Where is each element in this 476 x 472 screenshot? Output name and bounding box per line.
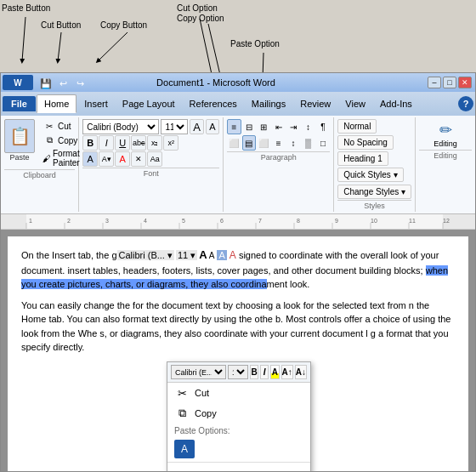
paste-button-label: Paste Button bbox=[2, 3, 50, 13]
font-context-icon: A bbox=[174, 467, 190, 472]
font-color-button[interactable]: A bbox=[115, 151, 130, 167]
shading-button[interactable]: ▒ bbox=[301, 135, 314, 151]
svg-line-1 bbox=[58, 32, 61, 61]
svg-text:12: 12 bbox=[443, 218, 450, 224]
quick-access-toolbar: 💾 ↩ ↪ bbox=[38, 77, 88, 90]
tab-mailings[interactable]: Mailings bbox=[245, 95, 292, 112]
mini-font-select[interactable]: Calibri (E... bbox=[171, 365, 226, 379]
save-qat-btn[interactable]: 💾 bbox=[38, 77, 54, 90]
line-spacing-button[interactable]: ↕ bbox=[286, 135, 300, 151]
clear-format-button[interactable]: ✕ bbox=[131, 151, 146, 167]
highlighted-text: when you create pictures, charts, or dia… bbox=[21, 265, 448, 290]
annotation-arrows bbox=[0, 0, 476, 72]
align-left-button[interactable]: ⬜ bbox=[227, 135, 241, 151]
copy-context-icon: ⧉ bbox=[174, 406, 190, 421]
context-cut[interactable]: ✂ Cut bbox=[167, 383, 310, 403]
align-right-button[interactable]: ⬜ bbox=[257, 135, 270, 151]
svg-rect-7 bbox=[26, 214, 443, 230]
svg-line-3 bbox=[200, 19, 230, 72]
cut-context-icon: ✂ bbox=[174, 385, 190, 401]
help-button[interactable]: ? bbox=[458, 96, 473, 111]
mini-grow-button[interactable]: A↑ bbox=[281, 365, 293, 379]
sort-button[interactable]: ↕ bbox=[301, 119, 314, 134]
paste-icon: 📋 bbox=[4, 119, 35, 153]
mini-format-toolbar: Calibri (E... 11 B I A A↑ A↓ bbox=[167, 362, 310, 383]
paste-label: Paste bbox=[9, 153, 29, 162]
svg-text:6: 6 bbox=[220, 218, 224, 224]
editing-button[interactable]: ✏ Editing bbox=[419, 119, 472, 150]
underline-button[interactable]: U bbox=[115, 135, 130, 151]
superscript-button[interactable]: x² bbox=[163, 135, 178, 151]
context-font[interactable]: A Font... bbox=[167, 464, 310, 472]
tab-page-layout[interactable]: Page Layout bbox=[116, 95, 182, 112]
window-controls: – □ ✕ bbox=[428, 77, 472, 88]
styles-group: Normal No Spacing Heading 1 Quick Styles… bbox=[334, 117, 416, 212]
context-copy[interactable]: ⧉ Copy bbox=[167, 403, 310, 424]
maximize-button[interactable]: □ bbox=[443, 77, 456, 88]
svg-text:2: 2 bbox=[67, 218, 71, 224]
minimize-button[interactable]: – bbox=[428, 77, 441, 88]
subscript-button[interactable]: x₂ bbox=[147, 135, 162, 151]
mini-highlight-button[interactable]: A bbox=[270, 365, 279, 379]
numbering-button[interactable]: ⊟ bbox=[242, 119, 256, 134]
increase-indent-button[interactable]: ⇥ bbox=[286, 119, 300, 134]
word-window: W 💾 ↩ ↪ Document1 - Microsoft Word – □ ✕… bbox=[0, 72, 476, 472]
change-case-button[interactable]: Aa bbox=[147, 151, 162, 167]
strikethrough-button[interactable]: abc bbox=[131, 135, 146, 151]
quick-styles-button[interactable]: Quick Styles ▾ bbox=[337, 168, 403, 182]
paste-button[interactable]: 📋 Paste bbox=[4, 119, 35, 162]
svg-text:4: 4 bbox=[144, 218, 147, 224]
tab-home[interactable]: Home bbox=[37, 94, 76, 113]
paragraph-label: Paragraph bbox=[227, 151, 330, 162]
context-paste-options: Paste Options: bbox=[167, 424, 310, 438]
tab-file[interactable]: File bbox=[3, 96, 36, 111]
tab-references[interactable]: References bbox=[183, 95, 244, 112]
tab-review[interactable]: Review bbox=[293, 95, 337, 112]
text-effects-button[interactable]: A bbox=[82, 151, 98, 167]
context-menu: Calibri (E... 11 B I A A↑ A↓ ✂ Cut ⧉ Cop… bbox=[167, 361, 311, 472]
paragraph-1: On the Insert tab, the gCalibri (B... ▾1… bbox=[21, 247, 455, 292]
change-styles-button[interactable]: Change Styles ▾ bbox=[337, 185, 411, 199]
align-center-button[interactable]: ▤ bbox=[242, 135, 256, 151]
redo-qat-btn[interactable]: ↪ bbox=[72, 77, 88, 90]
tab-view[interactable]: View bbox=[338, 95, 372, 112]
show-formatting-button[interactable]: ¶ bbox=[316, 119, 330, 134]
mini-size-select[interactable]: 11 bbox=[228, 365, 248, 379]
mini-shrink-button[interactable]: A↓ bbox=[295, 365, 307, 379]
style-heading1[interactable]: Heading 1 bbox=[337, 151, 388, 166]
italic-button[interactable]: I bbox=[99, 135, 114, 151]
tab-insert[interactable]: Insert bbox=[77, 95, 115, 112]
shrink-font-button[interactable]: A bbox=[206, 119, 219, 134]
undo-qat-btn[interactable]: ↩ bbox=[55, 77, 71, 90]
editing-icon: ✏ bbox=[439, 121, 452, 139]
style-no-spacing[interactable]: No Spacing bbox=[337, 135, 394, 150]
grow-font-button[interactable]: A bbox=[190, 119, 203, 134]
paste-option-keep-source[interactable]: A bbox=[174, 440, 195, 458]
font-size-select[interactable]: 11 bbox=[161, 119, 188, 134]
decrease-indent-button[interactable]: ⇤ bbox=[271, 119, 285, 134]
highlight-button[interactable]: A▾ bbox=[99, 151, 114, 167]
mini-bold-button[interactable]: B bbox=[250, 365, 258, 379]
justify-button[interactable]: ≡ bbox=[271, 135, 285, 151]
paste-option-label: Paste Option bbox=[230, 39, 280, 48]
clipboard-group: 📋 Paste ✂ Cut ⧉ Copy 🖌 Format Painter bbox=[1, 117, 79, 212]
bold-button[interactable]: B bbox=[82, 135, 98, 151]
svg-line-5 bbox=[259, 53, 264, 72]
svg-text:1: 1 bbox=[29, 218, 32, 224]
svg-text:11: 11 bbox=[409, 218, 416, 224]
editing-group-label: Editing bbox=[419, 150, 472, 160]
ruler: 1 2 3 4 5 6 7 8 9 10 11 12 bbox=[1, 214, 475, 230]
font-name-select[interactable]: Calibri (Body) bbox=[82, 119, 159, 134]
bullets-button[interactable]: ≡ bbox=[227, 119, 241, 134]
style-normal[interactable]: Normal bbox=[337, 119, 377, 134]
multilevel-list-button[interactable]: ⊞ bbox=[257, 119, 270, 134]
format-painter-icon: 🖌 bbox=[42, 152, 51, 164]
svg-text:9: 9 bbox=[335, 218, 338, 224]
paragraph-group: ≡ ⊟ ⊞ ⇤ ⇥ ↕ ¶ ⬜ ▤ ⬜ ≡ ↕ ▒ □ Paragraph bbox=[224, 117, 334, 212]
mini-italic-button[interactable]: I bbox=[260, 365, 269, 379]
close-button[interactable]: ✕ bbox=[458, 77, 472, 88]
cut-icon: ✂ bbox=[42, 120, 56, 132]
tab-addins[interactable]: Add-Ins bbox=[373, 95, 419, 112]
document-area[interactable]: On the Insert tab, the gCalibri (B... ▾1… bbox=[1, 230, 475, 472]
border-button[interactable]: □ bbox=[316, 135, 330, 151]
